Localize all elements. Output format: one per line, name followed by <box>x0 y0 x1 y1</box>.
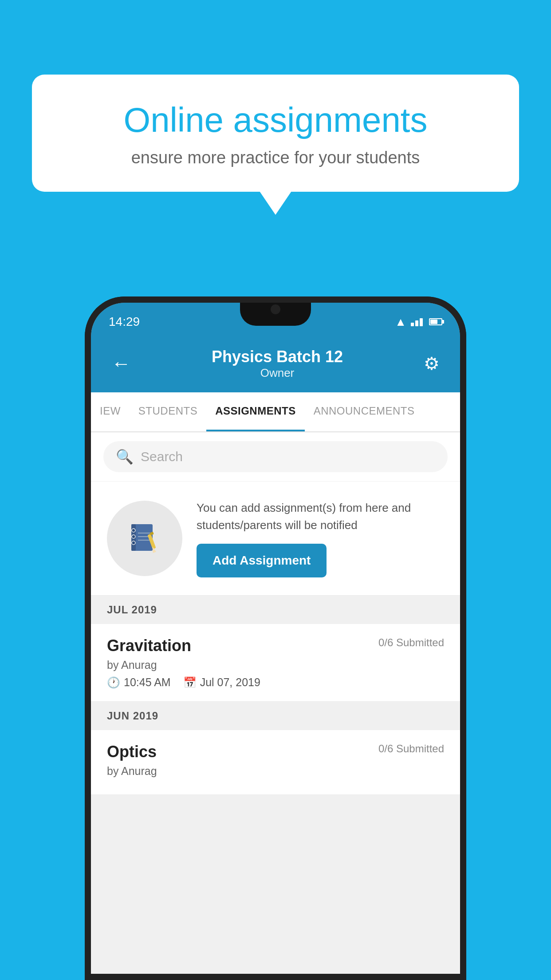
phone-frame: 14:29 ▲ ← Physics Batch <box>85 296 466 980</box>
assignment-time-gravitation: 🕐 10:45 AM <box>107 676 171 689</box>
clock-icon: 🕐 <box>107 676 120 689</box>
header-title-container: Physics Batch 12 Owner <box>135 348 419 380</box>
tab-assignments[interactable]: ASSIGNMENTS <box>206 392 305 431</box>
svg-point-2 <box>132 529 135 532</box>
signal-bar-2 <box>415 320 418 326</box>
wifi-icon: ▲ <box>395 315 406 329</box>
tab-students[interactable]: STUDENTS <box>130 392 206 431</box>
search-icon: 🔍 <box>116 448 134 465</box>
assignment-author-gravitation: by Anurag <box>107 659 444 672</box>
status-icons: ▲ <box>395 315 442 329</box>
assignment-title-optics: Optics <box>107 743 157 761</box>
battery-icon <box>429 318 442 325</box>
status-time: 14:29 <box>109 315 140 329</box>
speech-bubble-subtitle: ensure more practice for your students <box>63 148 488 167</box>
search-placeholder: Search <box>141 449 183 464</box>
header-subtitle: Owner <box>135 366 419 380</box>
tab-announcements[interactable]: ANNOUNCEMENTS <box>305 392 424 431</box>
phone-screen: 14:29 ▲ ← Physics Batch <box>91 303 460 980</box>
notebook-icon <box>127 521 162 556</box>
assignment-meta-gravitation: 🕐 10:45 AM 📅 Jul 07, 2019 <box>107 676 444 689</box>
tabs-container: IEW STUDENTS ASSIGNMENTS ANNOUNCEMENTS <box>91 392 460 432</box>
battery-tip <box>442 320 444 324</box>
speech-bubble: Online assignments ensure more practice … <box>32 75 519 192</box>
assignment-item-gravitation[interactable]: Gravitation 0/6 Submitted by Anurag 🕐 10… <box>91 624 460 702</box>
assignment-author-optics: by Anurag <box>107 765 444 778</box>
section-header-jun: JUN 2019 <box>91 702 460 730</box>
promo-card: You can add assignment(s) from here and … <box>91 482 460 596</box>
assignment-header-row-optics: Optics 0/6 Submitted <box>107 743 444 761</box>
phone-camera <box>271 304 280 314</box>
promo-content: You can add assignment(s) from here and … <box>197 499 444 577</box>
battery-fill <box>430 320 437 324</box>
assignment-submitted-optics: 0/6 Submitted <box>378 743 444 755</box>
tab-iew[interactable]: IEW <box>91 392 130 431</box>
speech-bubble-container: Online assignments ensure more practice … <box>32 75 519 192</box>
section-header-jul: JUL 2019 <box>91 596 460 624</box>
back-button[interactable]: ← <box>107 348 135 379</box>
settings-icon[interactable]: ⚙ <box>419 349 444 378</box>
promo-text: You can add assignment(s) from here and … <box>197 499 444 534</box>
assignment-title-gravitation: Gravitation <box>107 636 191 655</box>
search-input-container[interactable]: 🔍 Search <box>103 441 448 472</box>
add-assignment-button[interactable]: Add Assignment <box>197 544 327 577</box>
signal-bar-3 <box>420 318 423 326</box>
search-bar: 🔍 Search <box>91 432 460 482</box>
speech-bubble-title: Online assignments <box>63 101 488 139</box>
assignment-submitted-gravitation: 0/6 Submitted <box>378 636 444 649</box>
assignment-date-gravitation: 📅 Jul 07, 2019 <box>183 676 260 689</box>
svg-point-4 <box>132 541 135 545</box>
assignment-item-optics[interactable]: Optics 0/6 Submitted by Anurag <box>91 730 460 795</box>
signal-bar-1 <box>411 323 414 326</box>
assignment-header-row: Gravitation 0/6 Submitted <box>107 636 444 655</box>
header-title: Physics Batch 12 <box>135 348 419 366</box>
app-header: ← Physics Batch 12 Owner ⚙ <box>91 335 460 392</box>
calendar-icon: 📅 <box>183 676 197 689</box>
content-area: 🔍 Search <box>91 432 460 795</box>
signal-icon <box>411 317 423 326</box>
svg-point-3 <box>132 535 135 538</box>
promo-icon-circle <box>107 501 182 576</box>
